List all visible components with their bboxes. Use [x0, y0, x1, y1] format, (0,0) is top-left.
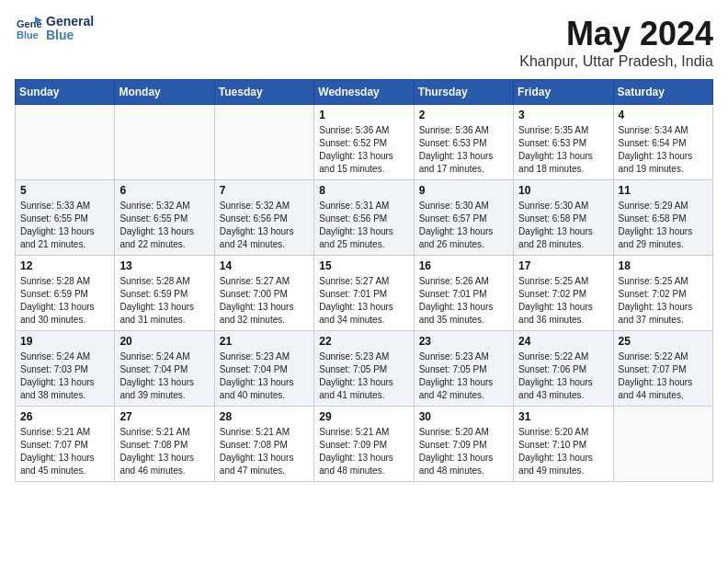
day-info: Sunrise: 5:25 AMSunset: 7:02 PMDaylight:…	[619, 275, 708, 327]
location-title: Khanpur, Uttar Pradesh, India	[519, 53, 713, 70]
day-number: 16	[419, 259, 508, 272]
calendar-cell: 6Sunrise: 5:32 AMSunset: 6:55 PMDaylight…	[115, 180, 214, 256]
day-number: 29	[319, 410, 408, 423]
weekday-header-thursday: Thursday	[414, 80, 513, 105]
day-info: Sunrise: 5:22 AMSunset: 7:07 PMDaylight:…	[619, 350, 708, 402]
calendar-cell: 12Sunrise: 5:28 AMSunset: 6:59 PMDayligh…	[16, 256, 115, 331]
weekday-header-row: SundayMondayTuesdayWednesdayThursdayFrid…	[16, 80, 713, 105]
calendar-cell: 1Sunrise: 5:36 AMSunset: 6:52 PMDaylight…	[314, 105, 414, 180]
day-info: Sunrise: 5:20 AMSunset: 7:09 PMDaylight:…	[419, 426, 508, 477]
day-info: Sunrise: 5:30 AMSunset: 6:58 PMDaylight:…	[518, 200, 608, 251]
calendar-cell: 28Sunrise: 5:21 AMSunset: 7:08 PMDayligh…	[214, 407, 313, 482]
calendar-cell: 26Sunrise: 5:21 AMSunset: 7:07 PMDayligh…	[16, 407, 115, 482]
day-info: Sunrise: 5:35 AMSunset: 6:53 PMDaylight:…	[518, 124, 608, 176]
calendar-cell: 8Sunrise: 5:31 AMSunset: 6:56 PMDaylight…	[314, 180, 414, 256]
day-info: Sunrise: 5:25 AMSunset: 7:02 PMDaylight:…	[518, 275, 608, 327]
weekday-header-wednesday: Wednesday	[314, 80, 414, 105]
week-row-5: 26Sunrise: 5:21 AMSunset: 7:07 PMDayligh…	[16, 407, 713, 482]
calendar-cell: 31Sunrise: 5:20 AMSunset: 7:10 PMDayligh…	[514, 407, 613, 482]
day-number: 31	[518, 410, 608, 423]
day-number: 26	[20, 410, 109, 423]
week-row-1: 1Sunrise: 5:36 AMSunset: 6:52 PMDaylight…	[16, 105, 713, 180]
calendar-cell: 20Sunrise: 5:24 AMSunset: 7:04 PMDayligh…	[115, 331, 214, 407]
day-info: Sunrise: 5:33 AMSunset: 6:55 PMDaylight:…	[20, 200, 109, 251]
logo-general: General	[46, 15, 94, 29]
day-info: Sunrise: 5:32 AMSunset: 6:55 PMDaylight:…	[119, 200, 209, 251]
day-number: 28	[220, 410, 309, 423]
calendar-cell: 5Sunrise: 5:33 AMSunset: 6:55 PMDaylight…	[16, 180, 115, 256]
calendar-cell: 3Sunrise: 5:35 AMSunset: 6:53 PMDaylight…	[514, 105, 613, 180]
title-section: May 2024 Khanpur, Uttar Pradesh, India	[519, 15, 713, 70]
weekday-header-friday: Friday	[514, 80, 613, 105]
logo: General Blue General Blue	[15, 15, 94, 43]
week-row-2: 5Sunrise: 5:33 AMSunset: 6:55 PMDaylight…	[16, 180, 713, 256]
day-number: 25	[619, 335, 708, 348]
calendar-cell: 10Sunrise: 5:30 AMSunset: 6:58 PMDayligh…	[514, 180, 613, 256]
calendar-cell: 17Sunrise: 5:25 AMSunset: 7:02 PMDayligh…	[514, 256, 613, 331]
day-number: 9	[419, 184, 508, 197]
day-number: 24	[518, 335, 608, 348]
day-number: 7	[220, 184, 309, 197]
day-number: 21	[220, 335, 309, 348]
day-number: 1	[319, 109, 408, 121]
day-info: Sunrise: 5:24 AMSunset: 7:04 PMDaylight:…	[119, 350, 209, 402]
day-info: Sunrise: 5:23 AMSunset: 7:04 PMDaylight:…	[220, 350, 309, 402]
day-number: 13	[119, 259, 209, 272]
day-info: Sunrise: 5:22 AMSunset: 7:06 PMDaylight:…	[518, 350, 608, 402]
day-info: Sunrise: 5:26 AMSunset: 7:01 PMDaylight:…	[419, 275, 508, 327]
logo-blue: Blue	[46, 29, 94, 42]
calendar-cell: 27Sunrise: 5:21 AMSunset: 7:08 PMDayligh…	[115, 407, 214, 482]
calendar: SundayMondayTuesdayWednesdayThursdayFrid…	[15, 79, 713, 482]
day-number: 10	[518, 184, 608, 197]
day-info: Sunrise: 5:28 AMSunset: 6:59 PMDaylight:…	[119, 275, 209, 327]
day-info: Sunrise: 5:27 AMSunset: 7:01 PMDaylight:…	[319, 275, 408, 327]
calendar-cell: 30Sunrise: 5:20 AMSunset: 7:09 PMDayligh…	[414, 407, 513, 482]
day-info: Sunrise: 5:23 AMSunset: 7:05 PMDaylight:…	[419, 350, 508, 402]
day-number: 5	[20, 184, 109, 197]
day-number: 14	[220, 259, 309, 272]
month-title: May 2024	[519, 15, 713, 53]
header: General Blue General Blue May 2024 Khanp…	[15, 15, 713, 70]
weekday-header-saturday: Saturday	[613, 80, 712, 105]
calendar-cell	[115, 105, 214, 180]
calendar-cell: 23Sunrise: 5:23 AMSunset: 7:05 PMDayligh…	[414, 331, 513, 407]
calendar-cell	[214, 105, 313, 180]
weekday-header-sunday: Sunday	[16, 80, 115, 105]
day-number: 6	[119, 184, 209, 197]
day-info: Sunrise: 5:32 AMSunset: 6:56 PMDaylight:…	[220, 200, 309, 251]
day-number: 4	[619, 109, 708, 121]
day-number: 8	[319, 184, 408, 197]
day-number: 22	[319, 335, 408, 348]
weekday-header-tuesday: Tuesday	[214, 80, 313, 105]
week-row-4: 19Sunrise: 5:24 AMSunset: 7:03 PMDayligh…	[16, 331, 713, 407]
day-number: 12	[20, 259, 109, 272]
calendar-cell: 9Sunrise: 5:30 AMSunset: 6:57 PMDaylight…	[414, 180, 513, 256]
calendar-cell	[16, 105, 115, 180]
day-number: 11	[619, 184, 708, 197]
day-info: Sunrise: 5:23 AMSunset: 7:05 PMDaylight:…	[319, 350, 408, 402]
calendar-cell: 16Sunrise: 5:26 AMSunset: 7:01 PMDayligh…	[414, 256, 513, 331]
calendar-cell: 4Sunrise: 5:34 AMSunset: 6:54 PMDaylight…	[613, 105, 712, 180]
calendar-cell: 14Sunrise: 5:27 AMSunset: 7:00 PMDayligh…	[214, 256, 313, 331]
day-info: Sunrise: 5:36 AMSunset: 6:53 PMDaylight:…	[419, 124, 508, 176]
calendar-cell: 13Sunrise: 5:28 AMSunset: 6:59 PMDayligh…	[115, 256, 214, 331]
calendar-cell: 24Sunrise: 5:22 AMSunset: 7:06 PMDayligh…	[514, 331, 613, 407]
calendar-cell: 7Sunrise: 5:32 AMSunset: 6:56 PMDaylight…	[214, 180, 313, 256]
day-info: Sunrise: 5:28 AMSunset: 6:59 PMDaylight:…	[20, 275, 109, 327]
day-number: 20	[119, 335, 209, 348]
calendar-cell: 19Sunrise: 5:24 AMSunset: 7:03 PMDayligh…	[16, 331, 115, 407]
day-info: Sunrise: 5:36 AMSunset: 6:52 PMDaylight:…	[319, 124, 408, 176]
calendar-cell: 29Sunrise: 5:21 AMSunset: 7:09 PMDayligh…	[314, 407, 414, 482]
calendar-cell: 21Sunrise: 5:23 AMSunset: 7:04 PMDayligh…	[214, 331, 313, 407]
day-info: Sunrise: 5:31 AMSunset: 6:56 PMDaylight:…	[319, 200, 408, 251]
day-number: 27	[119, 410, 209, 423]
day-info: Sunrise: 5:21 AMSunset: 7:08 PMDaylight:…	[220, 426, 309, 477]
day-number: 17	[518, 259, 608, 272]
day-info: Sunrise: 5:21 AMSunset: 7:07 PMDaylight:…	[20, 426, 109, 477]
day-info: Sunrise: 5:34 AMSunset: 6:54 PMDaylight:…	[619, 124, 708, 176]
day-info: Sunrise: 5:27 AMSunset: 7:00 PMDaylight:…	[220, 275, 309, 327]
calendar-cell: 15Sunrise: 5:27 AMSunset: 7:01 PMDayligh…	[314, 256, 414, 331]
day-info: Sunrise: 5:29 AMSunset: 6:58 PMDaylight:…	[619, 200, 708, 251]
calendar-cell	[613, 407, 712, 482]
day-number: 19	[20, 335, 109, 348]
